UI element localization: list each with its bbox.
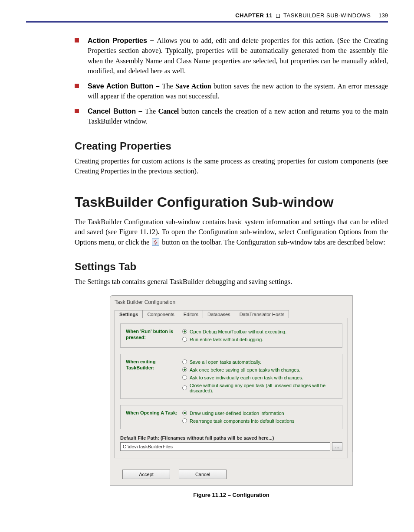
bullet-term: Save Action Button – [88,82,162,90]
group-when-run: When 'Run' button is pressed: Open Debug… [120,323,342,348]
radio-icon [182,418,187,423]
group-label: When Opening A Task: [126,410,182,424]
bullet-item: Action Properties – Allows you to add, e… [75,36,388,77]
group-when-exiting: When exiting TaskBuilder: Save all open … [120,354,342,399]
tab-settings[interactable]: Settings [115,310,143,318]
radio-label: Ask to save individually each open task … [190,375,303,380]
tab-editors[interactable]: Editors [179,310,203,318]
radio-option[interactable]: Rearrange task components into default l… [182,418,337,424]
config-text-post: button on the toolbar. The Configuration… [160,238,385,246]
radio-icon [182,329,187,334]
radio-option[interactable]: Run entire task without debugging. [182,337,337,342]
radio-icon [182,367,187,372]
radio-option[interactable]: Save all open tasks automatically. [182,359,337,365]
radio-icon [182,359,187,364]
square-bullet-icon [75,109,79,113]
default-file-path-input[interactable]: C:\dev\TaskBuilderFiles [120,442,330,451]
section-body: The Settings tab contains general TaskBu… [75,277,388,287]
cancel-button[interactable]: Cancel [179,470,227,479]
section-heading-creating-properties: Creating Properties [75,140,388,152]
radio-option[interactable]: Ask once before saving all open tasks wi… [182,367,337,372]
radio-option[interactable]: Draw using user-defined location informa… [182,411,337,416]
tab-datatranslator-hosts[interactable]: DataTranslator Hosts [235,310,289,318]
radio-icon [182,385,187,390]
header-rule [26,21,388,23]
configuration-dialog: Task Builder Configuration Settings Comp… [110,295,353,486]
chapter-title: TASKBUILDER SUB-WINDOWS [283,12,371,19]
dialog-shadow [352,452,353,486]
bullet-list: Action Properties – Allows you to add, e… [75,36,388,127]
square-outline-icon [276,14,280,18]
chapter-label: CHAPTER 11 [235,12,273,19]
section-body: The TaskBuilder Configuration sub-window… [75,217,388,248]
square-bullet-icon [75,38,79,42]
bullet-item: Save Action Button – The Save Action but… [75,81,388,102]
tab-components[interactable]: Components [142,310,179,318]
dialog-title: Task Builder Configuration [110,297,352,310]
configuration-toolbar-icon [152,238,159,246]
radio-option[interactable]: Close without saving any open task (all … [182,383,337,393]
section-heading-config: TaskBuilder Configuration Sub-window [75,194,388,210]
radio-icon [182,337,187,342]
bullet-pre: The [145,108,158,115]
radio-label: Draw using user-defined location informa… [190,411,284,416]
bullet-item: Cancel Button – The Cancel button cancel… [75,106,388,127]
default-file-path-label: Default File Path: (Filenames without fu… [120,435,342,441]
group-label: When exiting TaskBuilder: [126,359,182,393]
browse-button[interactable]: ... [332,442,342,451]
bullet-pre: The [162,82,175,90]
bullet-strong: Cancel [158,108,179,115]
radio-label: Close without saving any open task (all … [190,383,337,393]
radio-label: Rearrange task components into default l… [190,418,295,424]
group-when-opening: When Opening A Task: Draw using user-def… [120,405,342,429]
section-body: Creating properties for custom actions i… [75,157,388,177]
bullet-term: Action Properties – [88,36,157,44]
section-heading-settings-tab: Settings Tab [75,261,388,273]
running-header: CHAPTER 11 TASKBUILDER SUB-WINDOWS 139 [26,9,388,21]
tab-databases[interactable]: Databases [203,310,235,318]
radio-icon [182,411,187,415]
bullet-strong: Save Action [175,82,211,90]
square-bullet-icon [75,84,79,88]
tab-panel-settings: When 'Run' button is pressed: Open Debug… [115,318,348,458]
bullet-term: Cancel Button – [88,107,145,115]
radio-icon [182,375,187,380]
accept-button[interactable]: Accept [122,470,170,479]
radio-option[interactable]: Open Debug Menu/Toolbar without executin… [182,329,337,334]
page-number: 139 [378,12,388,19]
figure-caption: Figure 11.12 – Configuration [75,492,388,498]
dialog-tabstrip: Settings Components Editors Databases Da… [110,310,352,318]
radio-label: Ask once before saving all open tasks wi… [190,367,300,372]
radio-label: Open Debug Menu/Toolbar without executin… [190,329,286,334]
radio-label: Save all open tasks automatically. [190,359,261,365]
group-label: When 'Run' button is pressed: [126,328,182,342]
radio-label: Run entire task without debugging. [190,337,263,342]
radio-option[interactable]: Ask to save individually each open task … [182,375,337,380]
